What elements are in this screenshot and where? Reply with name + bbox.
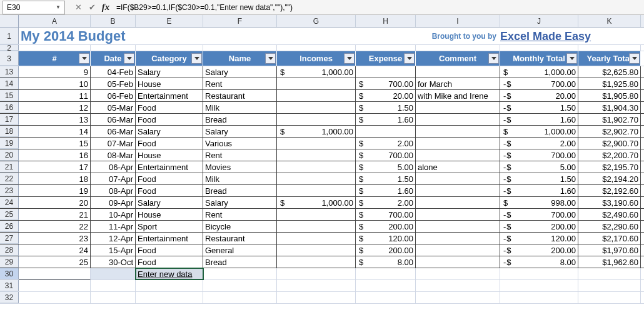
row-header[interactable]: 25 (0, 209, 19, 220)
cell[interactable]: $2,195.70 (578, 161, 641, 173)
cell[interactable]: Entertainment (136, 90, 203, 101)
cell[interactable]: with Mike and Irene (416, 90, 500, 101)
excel-made-easy-link[interactable]: Excel Made Easy (500, 28, 641, 44)
column-header[interactable]: J (500, 15, 578, 27)
cell[interactable] (277, 149, 356, 161)
cell[interactable] (356, 66, 416, 78)
cell[interactable]: $2,192.60 (578, 185, 641, 196)
cell[interactable]: Salary (136, 66, 203, 78)
cell[interactable]: 11 (19, 90, 91, 101)
cell[interactable]: Restaurant (203, 233, 277, 244)
row-header[interactable]: 19 (0, 138, 19, 149)
cell[interactable]: 08-Mar (91, 149, 136, 161)
cell[interactable] (500, 292, 578, 303)
row-header[interactable]: 23 (0, 185, 19, 196)
cell[interactable]: $120.00 (500, 233, 578, 244)
cell[interactable]: $2,170.60 (578, 233, 641, 244)
cell[interactable]: Bicycle (203, 221, 277, 232)
cell[interactable] (136, 292, 203, 303)
cell[interactable] (277, 292, 356, 303)
cell[interactable] (277, 90, 356, 101)
cell[interactable]: Salary (203, 66, 277, 78)
cell[interactable]: 04-Feb (91, 66, 136, 78)
cell[interactable]: $200.00 (500, 244, 578, 256)
cell[interactable] (277, 173, 356, 184)
cell[interactable]: $700.00 (356, 149, 416, 161)
cell[interactable]: Rent (203, 149, 277, 161)
cell[interactable]: $2,490.60 (578, 209, 641, 220)
cell[interactable] (356, 292, 416, 303)
cell[interactable] (277, 138, 356, 149)
cell[interactable]: 21 (19, 209, 91, 220)
cell[interactable] (416, 256, 500, 268)
cancel-icon[interactable]: ✕ (71, 1, 85, 14)
cell[interactable]: $1,970.60 (578, 244, 641, 256)
cell[interactable] (91, 268, 136, 279)
row-header[interactable]: 13 (0, 66, 19, 78)
cell[interactable]: $998.00 (500, 197, 578, 208)
cell[interactable]: 16 (19, 149, 91, 161)
cell[interactable] (578, 292, 641, 303)
cell[interactable]: Food (136, 256, 203, 268)
cell[interactable]: 06-Mar (91, 114, 136, 125)
cell[interactable]: $1.60 (500, 114, 578, 125)
cell[interactable] (19, 292, 91, 303)
cell[interactable]: Salary (203, 126, 277, 137)
cell[interactable]: 06-Apr (91, 161, 136, 173)
cell[interactable] (416, 292, 500, 303)
cell[interactable] (277, 209, 356, 220)
cell[interactable]: $8.00 (500, 256, 578, 268)
cell[interactable]: 15 (19, 138, 91, 149)
cell[interactable] (277, 221, 356, 232)
chevron-down-icon[interactable]: ▼ (56, 4, 61, 10)
cell[interactable] (277, 161, 356, 173)
filter-icon[interactable] (488, 53, 499, 64)
cell[interactable] (416, 209, 500, 220)
row-header[interactable]: 31 (0, 280, 19, 291)
cell[interactable]: $700.00 (500, 78, 578, 89)
cell[interactable]: 07-Apr (91, 173, 136, 184)
cell[interactable]: Bread (203, 185, 277, 196)
cell[interactable] (277, 256, 356, 268)
cell[interactable]: $1,904.30 (578, 102, 641, 113)
cell[interactable]: 14 (19, 126, 91, 137)
cell[interactable]: 25 (19, 256, 91, 268)
cell[interactable]: House (136, 209, 203, 220)
cell[interactable]: Food (136, 114, 203, 125)
cell[interactable] (416, 138, 500, 149)
cell[interactable] (136, 280, 203, 291)
cell[interactable]: 15-Apr (91, 244, 136, 256)
cell[interactable] (277, 185, 356, 196)
cell[interactable]: $700.00 (356, 209, 416, 220)
cell[interactable] (416, 244, 500, 256)
cell[interactable]: General (203, 244, 277, 256)
cell[interactable]: Rent (203, 78, 277, 89)
cell[interactable]: $2,625.80 (578, 66, 641, 78)
filter-icon[interactable] (265, 53, 276, 64)
cell[interactable] (500, 280, 578, 291)
row-header[interactable]: 3 (0, 51, 19, 66)
filter-icon[interactable] (79, 53, 89, 64)
cell[interactable] (203, 292, 277, 303)
row-header[interactable]: 27 (0, 233, 19, 244)
cell[interactable] (578, 280, 641, 291)
cell[interactable]: Food (136, 244, 203, 256)
cell[interactable]: 30-Oct (91, 256, 136, 268)
cell[interactable] (416, 102, 500, 113)
filter-icon[interactable] (191, 53, 202, 64)
cell[interactable]: Entertainment (136, 161, 203, 173)
cell[interactable] (277, 78, 356, 89)
cell[interactable] (277, 244, 356, 256)
cell[interactable] (416, 149, 500, 161)
cell[interactable] (416, 185, 500, 196)
cell[interactable] (356, 126, 416, 137)
cell[interactable]: 9 (19, 66, 91, 78)
cell[interactable]: $700.00 (500, 149, 578, 161)
cell[interactable]: 09-Apr (91, 197, 136, 208)
cell[interactable]: House (136, 149, 203, 161)
cell[interactable]: $5.00 (500, 161, 578, 173)
row-header[interactable]: 30 (0, 268, 19, 279)
cell[interactable]: $1,925.80 (578, 78, 641, 89)
cell[interactable]: $1,000.00 (277, 66, 356, 78)
cell[interactable] (277, 114, 356, 125)
